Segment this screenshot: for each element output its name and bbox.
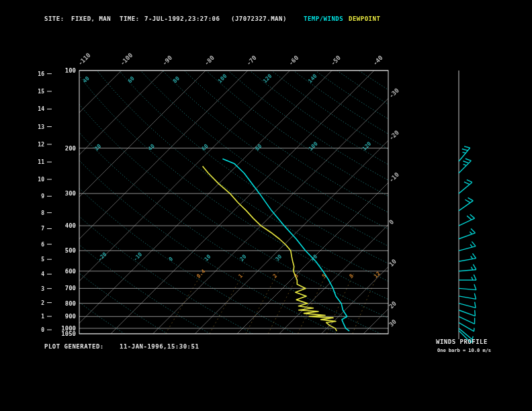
time-value: 7-JUL-1992,23:27:06 xyxy=(144,15,220,22)
plot-generated-label: PLOT GENERATED: xyxy=(44,343,104,350)
data-file-name: (J7072327.MAN) xyxy=(231,15,287,22)
winds-profile-title: WINDS PROFILE xyxy=(436,338,488,345)
skewt-app-screen: SITE: FIXED, MAN TIME: 7-JUL-1992,23:27:… xyxy=(0,0,532,411)
plot-generated-value: 11-JAN-1996,15:30:51 xyxy=(120,343,199,350)
site-label: SITE: xyxy=(44,15,64,22)
time-label: TIME: xyxy=(120,15,140,22)
legend-temp-winds: TEMP/WINDS xyxy=(304,15,343,22)
site-value: FIXED, MAN xyxy=(71,15,111,22)
winds-profile-scale-note: One barb = 10.0 m/s xyxy=(437,348,491,353)
legend-dewpoint: DEWPOINT xyxy=(349,15,380,22)
